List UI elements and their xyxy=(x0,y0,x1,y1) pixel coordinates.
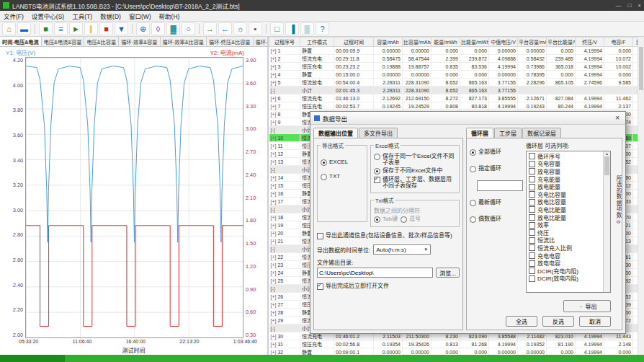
row-expander-icon[interactable]: [+] xyxy=(271,96,277,101)
row-expander-icon[interactable]: [+] xyxy=(271,223,277,228)
menu-item[interactable]: 工具(T) xyxy=(72,12,92,20)
column-option[interactable]: 充电比能量 xyxy=(529,206,602,213)
row-expander-icon[interactable]: [+] xyxy=(271,151,277,156)
export-data-icon[interactable]: → xyxy=(203,22,217,35)
table-row[interactable]: [+] 32静置00:09:00.10.000000.000000.0000.0… xyxy=(269,348,644,356)
row-expander-icon[interactable]: [-] xyxy=(271,247,275,252)
row-expander-icon[interactable]: [+] xyxy=(271,80,277,85)
excel-option[interactable]: 保存于不同Excel文件中 xyxy=(374,167,456,175)
column-option[interactable]: 放电能量 xyxy=(529,182,602,190)
table-row[interactable]: [+] 4静置00:15:00.00.000000.000000.0000.00… xyxy=(269,71,644,79)
column-option[interactable]: 效率 xyxy=(529,221,602,229)
cycle-range-input[interactable] xyxy=(477,180,523,191)
channel-info-check[interactable]: 导出此通道信息(包括设备信息、批次/样品信息等) xyxy=(317,232,460,239)
menu-item[interactable]: 帮助(H) xyxy=(159,12,180,20)
table-scrollbar[interactable] xyxy=(638,37,644,355)
grid-view-icon[interactable]: ⊕ xyxy=(136,22,150,35)
menu-item[interactable]: 窗口(W) xyxy=(129,12,151,20)
column-header[interactable]: 工作模式 xyxy=(300,37,334,47)
column-header[interactable]: 过程序号 xyxy=(269,37,300,47)
row-expander-icon[interactable]: [+] xyxy=(271,144,277,149)
view-tab[interactable]: 循环-效率&容量 xyxy=(119,37,160,46)
row-expander-icon[interactable]: [-] xyxy=(271,128,275,133)
pause-channel-icon[interactable]: ∥ xyxy=(84,22,98,35)
cycle-scope-option[interactable]: 最新循环 xyxy=(470,199,523,206)
row-expander-icon[interactable]: [-] xyxy=(271,286,275,291)
list-scrollbar-thumb[interactable] xyxy=(604,156,609,175)
row-expander-icon[interactable]: [+] xyxy=(271,215,277,220)
row-expander-icon[interactable]: [+] xyxy=(271,56,277,61)
table-row[interactable]: [+] 3恒压充电00:23:23.20.1988819.887570.8358… xyxy=(269,63,644,71)
layout-single-icon[interactable]: □ xyxy=(270,22,284,35)
row-expander-icon[interactable]: [+] xyxy=(271,199,277,204)
data-view-icon[interactable]: ▓ xyxy=(166,22,180,35)
row-expander-icon[interactable]: [+] xyxy=(271,294,277,299)
column-option[interactable]: DCIR(放电内阻) xyxy=(529,275,602,283)
row-expander-icon[interactable]: [-] xyxy=(271,207,275,212)
cycle-scope-option[interactable]: 指定循环 xyxy=(470,165,523,172)
open-after-export-check[interactable]: 导出完成后立即打开文件 xyxy=(317,283,460,290)
txt-separator-option[interactable]: 逗号 xyxy=(401,216,421,223)
table-row[interactable]: [+] 1静置00:00:09.90.000000.000000.0000.00… xyxy=(269,47,644,55)
row-expander-icon[interactable]: [+] xyxy=(271,112,277,117)
zoom-icon[interactable]: ○ xyxy=(182,22,195,35)
cycle-scope-option[interactable]: 全部循环 xyxy=(470,149,523,156)
layout-quad-icon[interactable]: ▒ xyxy=(300,22,314,35)
view-tab[interactable]: 循环-终压&比容量 xyxy=(207,37,254,46)
settings-icon[interactable]: ☼ xyxy=(233,22,247,35)
excel-subsheet-check[interactable]: 循环层、工步层、数据层用不同子表保存 xyxy=(374,176,456,189)
menu-item[interactable]: 文件(F) xyxy=(4,12,24,20)
column-option[interactable]: 终压 xyxy=(529,229,602,237)
start-channel-icon[interactable]: ► xyxy=(69,22,83,35)
dialog-layer-tab[interactable]: 数据记录层 xyxy=(522,128,561,138)
maximize-button[interactable]: □ xyxy=(627,2,631,9)
device-manage-icon[interactable]: ■ xyxy=(39,22,53,35)
row-expander-icon[interactable]: [-] xyxy=(271,88,275,93)
row-expander-icon[interactable]: [+] xyxy=(271,302,277,307)
row-expander-icon[interactable]: [+] xyxy=(271,310,277,315)
minimize-button[interactable]: — xyxy=(615,2,621,9)
invert-selection-button[interactable]: 反选 xyxy=(542,316,574,327)
row-expander-icon[interactable]: [+] xyxy=(271,255,277,260)
row-expander-icon[interactable]: [-] xyxy=(271,326,275,331)
column-header[interactable]: 中值电压/V xyxy=(489,37,518,47)
menu-item[interactable]: 设置中心(S) xyxy=(32,12,64,20)
dialog-title-bar[interactable]: 数据导出 × xyxy=(310,112,625,125)
column-option[interactable]: 放电电容 xyxy=(529,259,602,267)
dialog-close-button[interactable]: × xyxy=(613,114,622,122)
excel-option[interactable]: 保存于同一个Excel文件不同子表单 xyxy=(374,153,456,166)
table-row[interactable]: [+] 2恒流充电00:29:11.80.5847558.475442.3992… xyxy=(269,55,644,63)
column-option[interactable]: 充电容量 xyxy=(529,160,602,168)
format-option[interactable]: TXT xyxy=(321,173,364,180)
scroll-up-icon[interactable]: ▲ xyxy=(605,151,609,156)
column-header[interactable]: 容量/mAh xyxy=(374,37,403,47)
column-header[interactable]: 过程时间 xyxy=(334,37,374,47)
column-option[interactable]: 充电电容 xyxy=(529,252,602,260)
cycle-scope-option[interactable]: 偶数循环 xyxy=(470,216,523,223)
row-expander-icon[interactable]: [+] xyxy=(271,104,277,109)
row-expander-icon[interactable]: [+] xyxy=(271,239,277,244)
row-expander-icon[interactable]: [+] xyxy=(271,120,277,125)
export-button[interactable]: → 导出 xyxy=(563,300,611,312)
scrollbar-thumb[interactable] xyxy=(639,47,643,90)
column-option[interactable]: 放电比能量 xyxy=(529,213,602,221)
column-option[interactable]: 放电容量 xyxy=(529,167,602,175)
column-header[interactable]: 平台容量/mAh xyxy=(518,37,547,47)
row-expander-icon[interactable]: [+] xyxy=(271,231,277,236)
row-expander-icon[interactable]: [+] xyxy=(271,72,277,77)
view-tab[interactable]: 时间-电压&电流 xyxy=(0,37,42,46)
column-option[interactable]: 循环序号 xyxy=(529,152,602,160)
column-header[interactable]: 电容/F xyxy=(604,37,633,47)
table-row[interactable]: [+] 31恒压充电00:02:56.80.1935419.354260.813… xyxy=(269,340,644,348)
view-tab[interactable]: 电压&比容量 xyxy=(84,37,119,46)
dialog-tab[interactable]: 数据输出位置 xyxy=(313,128,358,138)
import-data-icon[interactable]: ← xyxy=(218,22,232,35)
view-tab[interactable]: 电压&电流&容量 xyxy=(42,37,85,46)
row-expander-icon[interactable]: [+] xyxy=(271,136,277,141)
row-expander-icon[interactable]: [-] xyxy=(271,167,275,172)
report-icon[interactable]: ▪ xyxy=(249,22,262,35)
column-header[interactable]: 比容量/mAh/g xyxy=(403,37,431,47)
plot-area[interactable] xyxy=(25,57,243,338)
table-row[interactable]: [+] 5恒流放电00:54:00.42.28311228.310908.652… xyxy=(269,79,644,87)
channel-map-icon[interactable]: ≡ xyxy=(54,22,68,35)
